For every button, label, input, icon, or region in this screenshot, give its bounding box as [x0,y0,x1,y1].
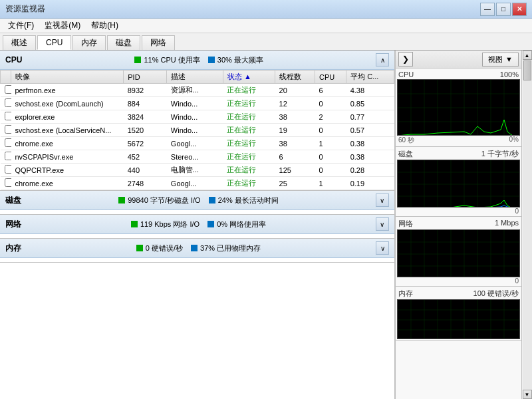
scroll-up-arrow[interactable]: ▲ [523,51,532,60]
table-row[interactable]: chrome.exe 5672 Googl... 正在运行 38 1 0.38 [1,137,394,150]
disk-section-header: 磁盘 99840 字节/秒磁盘 I/O 24% 最长活动时间 ∨ [0,191,394,210]
tab-cpu[interactable]: CPU [37,35,71,50]
row-image: nvSCPAPISvr.exe [11,150,124,164]
memory-stat2-dot [191,245,198,251]
cpu-graph-canvas [397,79,520,136]
menu-help[interactable]: 帮助(H) [86,19,124,33]
memory-graph-canvas [397,299,520,339]
memory-stats: 0 硬错误/秒 37% 已用物理内存 [136,243,261,253]
right-panel-header: ❯ 视图 ▼ [396,51,521,68]
memory-stat2: 37% 已用物理内存 [191,243,261,253]
table-row[interactable]: chrome.exe 2748 Googl... 正在运行 25 1 0.19 [1,177,394,190]
row-pid: 2748 [124,177,167,190]
row-cpu: 0 [315,150,346,164]
table-row[interactable]: explorer.exe 3824 Windo... 正在运行 38 2 0.7… [1,110,394,124]
disk-graph-top-label: 1 千字节/秒 [481,149,519,159]
row-status: 正在运行 [223,110,275,124]
row-checkbox[interactable] [1,97,11,110]
disk-stats: 99840 字节/秒磁盘 I/O 24% 最长活动时间 [118,196,279,205]
view-button[interactable]: 视图 ▼ [482,53,519,66]
menu-monitor[interactable]: 监视器(M) [39,19,86,33]
memory-title: 内存 [5,243,21,254]
network-graph-footer: 0 [397,277,520,285]
title-bar: 资源监视器 — □ ✕ [0,0,532,19]
row-avg-cpu: 0.28 [346,164,394,177]
row-checkbox[interactable] [1,110,11,124]
right-expand-button[interactable]: ❯ [398,52,413,66]
row-checkbox[interactable] [1,124,11,137]
table-row[interactable]: perfmon.exe 8932 资源和... 正在运行 20 6 4.38 [1,84,394,97]
row-checkbox[interactable] [1,137,11,150]
scroll-track[interactable] [523,60,532,390]
row-image: explorer.exe [11,110,124,124]
row-checkbox[interactable] [1,177,11,190]
network-section: 网络 119 Kbps 网络 I/O 0% 网络使用率 ∨ [0,215,394,239]
left-panel: CPU 11% CPU 使用率 30% 最大频率 ∧ [0,51,395,399]
network-stat1: 119 Kbps 网络 I/O [131,219,200,229]
row-status: 正在运行 [223,124,275,137]
row-pid: 5672 [124,137,167,150]
col-avg-cpu[interactable]: 平均 C... [346,70,394,84]
col-threads[interactable]: 线程数 [275,70,315,84]
tab-memory[interactable]: 内存 [72,35,106,50]
network-stat2-dot [207,221,214,227]
row-cpu: 0 [315,164,346,177]
memory-collapse-button[interactable]: ∨ [376,241,389,255]
cpu-graph-header: CPU 100% [397,70,520,79]
row-cpu: 1 [315,137,346,150]
tab-bar: 概述 CPU 内存 磁盘 网络 [0,33,532,51]
right-panel: ❯ 视图 ▼ CPU 100% [395,51,521,399]
network-title: 网络 [5,219,21,230]
network-collapse-button[interactable]: ∨ [376,217,389,231]
table-row[interactable]: svchost.exe (DcomLaunch) 884 Windo... 正在… [1,97,394,110]
window-title: 资源监视器 [5,3,480,15]
col-pid[interactable]: PID [124,70,167,84]
row-pid: 1520 [124,124,167,137]
maximize-button[interactable]: □ [496,3,511,16]
col-image[interactable]: 映像 [11,70,124,84]
row-avg-cpu: 0.57 [346,124,394,137]
disk-graph-svg [398,160,519,207]
row-threads: 38 [275,137,315,150]
cpu-collapse-button[interactable]: ∧ [376,53,389,66]
network-stats: 119 Kbps 网络 I/O 0% 网络使用率 [131,219,266,229]
row-checkbox[interactable] [1,150,11,164]
row-checkbox[interactable] [1,84,11,97]
col-cpu[interactable]: CPU [315,70,346,84]
cpu-process-table-scroll[interactable]: 映像 PID 描述 状态 ▲ 线程数 CPU 平均 C... perfmon.e… [0,70,394,190]
cpu-title: CPU [5,55,22,65]
row-checkbox[interactable] [1,164,11,177]
table-row[interactable]: QQPCRTP.exe 440 电脑管... 正在运行 125 0 0.28 [1,164,394,177]
menu-bar: 文件(F) 监视器(M) 帮助(H) [0,19,532,33]
network-section-header: 网络 119 Kbps 网络 I/O 0% 网络使用率 ∨ [0,215,394,234]
table-row[interactable]: svchost.exe (LocalServiceN... 1520 Windo… [1,124,394,137]
row-status: 正在运行 [223,84,275,97]
cpu-stat1-dot [134,57,141,63]
disk-collapse-button[interactable]: ∨ [376,194,389,207]
col-desc[interactable]: 描述 [167,70,223,84]
row-image: perfmon.exe [11,84,124,97]
row-cpu: 0 [315,124,346,137]
row-status: 正在运行 [223,177,275,190]
scroll-down-arrow[interactable]: ▼ [523,390,532,399]
scroll-thumb[interactable] [523,61,531,80]
memory-stat1-dot [136,245,143,251]
view-dropdown-icon: ▼ [505,55,513,63]
tab-overview[interactable]: 概述 [3,35,36,50]
minimize-button[interactable]: — [480,3,495,16]
close-button[interactable]: ✕ [512,3,527,16]
tab-disk[interactable]: 磁盘 [107,35,140,50]
menu-file[interactable]: 文件(F) [3,19,39,33]
network-graph-title: 网络 [398,219,413,229]
table-row[interactable]: nvSCPAPISvr.exe 452 Stereo... 正在运行 6 0 0… [1,150,394,164]
network-graph-canvas [397,229,520,277]
col-status[interactable]: 状态 ▲ [223,70,275,84]
window-scrollbar[interactable]: ▲ ▼ [521,51,532,399]
row-avg-cpu: 0.38 [346,150,394,164]
tab-network[interactable]: 网络 [142,35,175,50]
memory-graph-svg [398,300,519,339]
disk-graph-footer: 0 [397,207,520,215]
row-pid: 452 [124,150,167,164]
memory-graph-title: 内存 [398,289,413,299]
row-threads: 125 [275,164,315,177]
